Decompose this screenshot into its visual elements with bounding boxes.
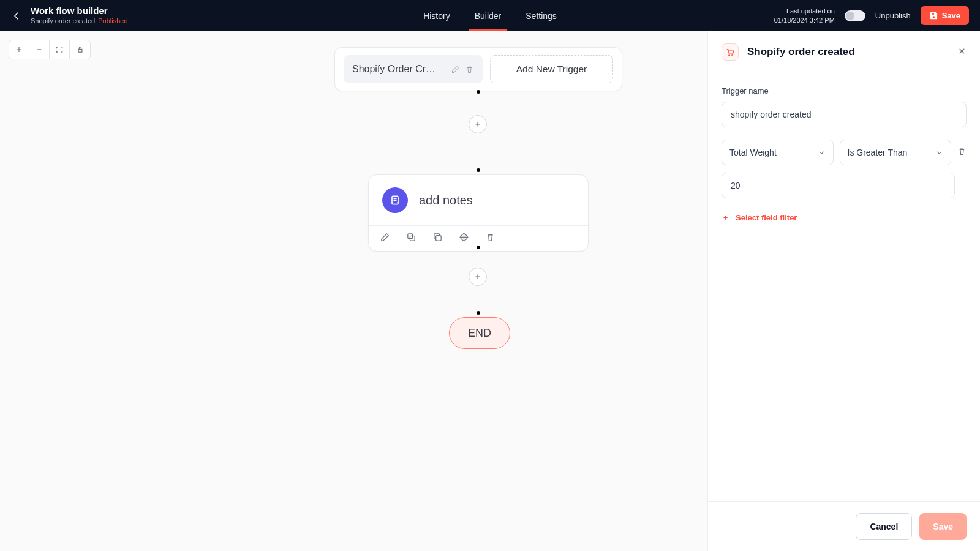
connector-line [478,135,478,167]
connector-dot [477,90,480,94]
save-button[interactable]: Save [921,6,969,25]
svg-point-4 [731,54,733,56]
field-select[interactable]: Total Weight [722,140,834,165]
close-button[interactable] [957,47,967,58]
connector-dot [477,246,480,249]
status-badge: Published [98,17,127,24]
move-icon[interactable] [459,232,469,245]
condition-value-input[interactable] [722,173,955,198]
back-button[interactable] [11,10,22,21]
publish-toggle[interactable] [845,10,865,21]
fit-screen-button[interactable] [50,40,70,59]
trash-icon[interactable] [465,65,474,74]
connector-dot [477,168,480,172]
connector-line [478,288,478,310]
connector-line [478,95,478,115]
edit-icon[interactable] [380,232,390,245]
edit-icon[interactable] [451,65,460,74]
tab-settings[interactable]: Settings [526,0,557,31]
connector-line [478,250,478,268]
page-title-block: Work flow builder Shopify order created … [31,6,128,26]
add-step-button[interactable] [469,268,487,286]
config-panel: Shopify order created Trigger name Total… [707,31,980,551]
svg-point-3 [728,54,729,56]
trigger-node[interactable]: Shopify Order Cr… Add New Trigger [334,47,622,91]
canvas-toolbar [9,40,91,59]
duplicate-icon[interactable] [432,232,443,245]
cart-icon [722,43,739,61]
panel-title: Shopify order created [747,46,949,58]
svg-rect-2 [436,236,442,241]
add-step-button[interactable] [469,115,487,133]
trigger-name-label: Trigger name [722,86,967,96]
end-node: END [449,317,510,349]
lock-button[interactable] [70,40,90,59]
page-title: Work flow builder [31,6,128,17]
panel-save-button[interactable]: Save [919,513,967,540]
trash-icon[interactable] [485,232,496,245]
page-subtitle: Shopify order created [31,17,95,24]
zoom-in-button[interactable] [9,40,29,59]
copy-icon[interactable] [406,232,417,245]
unpublish-label: Unpublish [875,11,911,20]
action-node[interactable]: add notes [368,174,589,252]
delete-condition-button[interactable] [957,147,967,159]
last-updated: Last updated on 01/18/2024 3:42 PM [774,7,835,24]
trigger-name-input[interactable] [722,102,967,127]
tab-builder[interactable]: Builder [475,0,502,31]
chevron-down-icon [935,149,943,157]
zoom-out-button[interactable] [29,40,50,59]
connector-dot [477,311,480,315]
operator-select[interactable]: Is Greater Than [840,140,952,165]
action-label: add notes [419,193,473,208]
add-trigger-button[interactable]: Add New Trigger [490,55,613,83]
trigger-label: Shopify Order Cr… [352,64,446,75]
trigger-chip[interactable]: Shopify Order Cr… [344,55,483,83]
cancel-button[interactable]: Cancel [856,513,912,540]
add-filter-button[interactable]: Select field filter [722,213,967,222]
tab-history[interactable]: History [423,0,450,31]
chevron-down-icon [818,149,826,157]
notes-icon [382,187,408,213]
